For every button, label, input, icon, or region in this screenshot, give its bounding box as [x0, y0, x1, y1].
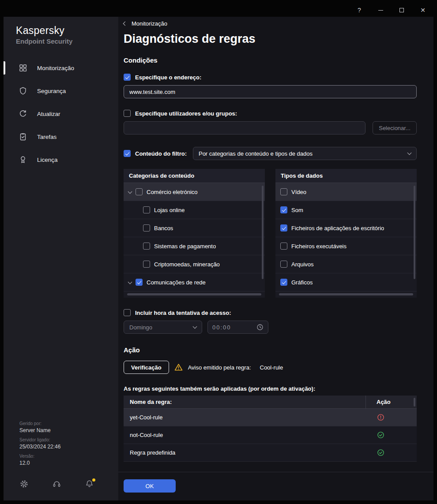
table-header-row: Nome da regra: Ação — [124, 396, 417, 409]
horizontal-scrollbar[interactable] — [275, 291, 417, 297]
managed-by-value: Server Name — [19, 427, 118, 433]
datatype-label: Ficheiros executáveis — [291, 243, 347, 250]
scrollbar-thumb[interactable] — [279, 293, 413, 295]
verify-row: Verificação Aviso emitido pela regra: Co… — [124, 361, 417, 374]
horizontal-scrollbar[interactable] — [124, 291, 265, 297]
time-checkbox-row: Incluir hora da tentativa de acesso: — [124, 309, 417, 316]
select-users-button[interactable]: Selecionar... — [373, 121, 417, 134]
active-indicator — [4, 61, 5, 75]
version-label: Versão: — [19, 454, 118, 459]
datatype-row[interactable]: Gráficos — [275, 273, 417, 291]
brand: Kaspersky Endpoint Security — [4, 17, 118, 45]
filter-content-select[interactable]: Por categorias de conteúdo e tipos de da… — [193, 147, 417, 160]
filter-checkbox[interactable] — [124, 150, 131, 157]
datatype-row[interactable]: Vídeo — [275, 183, 417, 201]
address-input[interactable] — [124, 85, 417, 98]
rule-name: Regra predefinida — [124, 444, 365, 461]
breadcrumb[interactable]: Monitorização — [124, 20, 167, 27]
category-row[interactable]: Comércio eletrónico — [124, 183, 265, 201]
time-input[interactable]: 00:00 — [207, 321, 268, 334]
warning-icon — [174, 363, 183, 371]
ok-button[interactable]: OK — [124, 479, 176, 493]
day-select[interactable]: Domingo — [124, 321, 202, 334]
vertical-scrollbar[interactable] — [414, 186, 415, 279]
time-value: 00:00 — [212, 324, 231, 331]
datatype-checkbox[interactable] — [280, 188, 287, 195]
address-checkbox[interactable] — [124, 74, 131, 81]
settings-gear-icon[interactable] — [19, 479, 29, 489]
category-row[interactable]: Bancos — [124, 219, 265, 237]
category-checkbox[interactable] — [143, 206, 150, 213]
action-section-title: Ação — [124, 346, 417, 354]
server-connected-value: 25/03/2024 22:46 — [19, 444, 118, 450]
users-checkbox[interactable] — [124, 110, 131, 117]
license-icon — [19, 155, 27, 164]
warning-status-icon — [377, 414, 384, 421]
category-checkbox[interactable] — [136, 279, 143, 286]
category-checkbox[interactable] — [143, 224, 150, 231]
maximize-button[interactable] — [391, 4, 412, 16]
datatype-row[interactable]: Ficheiros executáveis — [275, 237, 417, 255]
datatype-row[interactable]: Ficheiros de aplicações de escritório — [275, 219, 417, 237]
access-time-checkbox[interactable] — [124, 309, 131, 316]
table-row[interactable]: yet-Cool-rule — [124, 409, 417, 426]
support-icon[interactable] — [52, 479, 62, 489]
sidebar-item-label: Tarefas — [37, 134, 57, 140]
minimize-button[interactable] — [370, 4, 391, 16]
table-row[interactable]: not-Cool-rule — [124, 426, 417, 444]
chevron-down-icon[interactable] — [128, 189, 132, 194]
clipboard-icon — [19, 132, 27, 141]
datatype-checkbox[interactable] — [280, 224, 287, 231]
main-footer: OK — [124, 472, 417, 500]
titlebar: ? ✕ — [4, 4, 433, 17]
category-row[interactable]: Sistemas de pagamento — [124, 237, 265, 255]
datatype-label: Som — [291, 207, 303, 213]
rules-table-caption: As regras seguintes também serão aplicad… — [124, 385, 417, 392]
help-button[interactable]: ? — [349, 4, 370, 16]
datatype-checkbox[interactable] — [280, 261, 287, 268]
chevron-down-icon[interactable] — [128, 280, 132, 284]
sidebar-item-monitoring[interactable]: Monitorização — [4, 56, 118, 79]
datatype-checkbox[interactable] — [280, 206, 287, 213]
sidebar-footer: Gerido por: Server Name Servidor ligado:… — [4, 417, 118, 466]
category-label: Bancos — [154, 225, 173, 231]
category-checkbox[interactable] — [143, 261, 150, 268]
footer-divider — [118, 472, 433, 472]
sidebar-item-label: Segurança — [37, 88, 66, 94]
datatype-row[interactable]: Som — [275, 201, 417, 219]
datatype-label: Vídeo — [291, 189, 306, 195]
category-row[interactable]: Lojas online — [124, 201, 265, 219]
vertical-scrollbar[interactable] — [414, 398, 415, 407]
sidebar-item-update[interactable]: Atualizar — [4, 102, 118, 125]
warning-text: Aviso emitido pela regra: — [188, 364, 251, 371]
verify-button[interactable]: Verificação — [124, 361, 169, 374]
back-icon — [123, 22, 128, 26]
category-row[interactable]: Criptomoedas, mineração — [124, 255, 265, 273]
categories-panel: Categorias de conteúdo Comércio eletróni… — [124, 169, 265, 298]
users-input-row: Selecionar... — [124, 121, 417, 134]
ok-status-icon — [377, 431, 384, 439]
address-label: Especifique o endereço: — [135, 74, 201, 81]
close-button[interactable]: ✕ — [412, 4, 433, 16]
scrollbar-thumb[interactable] — [127, 293, 261, 295]
sidebar-item-security[interactable]: Segurança — [4, 79, 118, 102]
filter-row: Conteúdo do filtro: Por categorias de co… — [124, 147, 417, 160]
sidebar-item-license[interactable]: Licença — [4, 148, 118, 171]
notifications-bell-icon[interactable] — [85, 479, 94, 489]
category-checkbox[interactable] — [136, 188, 143, 195]
sidebar-item-tasks[interactable]: Tarefas — [4, 125, 118, 148]
users-input[interactable] — [124, 121, 365, 134]
datatype-checkbox[interactable] — [280, 279, 287, 286]
datatype-label: Arquivos — [291, 261, 314, 268]
table-row[interactable]: Regra predefinida — [124, 444, 417, 462]
datatype-label: Gráficos — [291, 279, 313, 286]
category-row[interactable]: Comunicações de rede — [124, 273, 265, 291]
datatype-row[interactable]: Arquivos — [275, 255, 417, 273]
warning-rule-name: Cool-rule — [260, 364, 283, 371]
category-checkbox[interactable] — [143, 243, 150, 250]
sidebar-item-label: Licença — [37, 157, 58, 163]
datatype-checkbox[interactable] — [280, 243, 287, 250]
day-select-value: Domingo — [129, 324, 152, 331]
shield-icon — [19, 86, 27, 95]
vertical-scrollbar[interactable] — [262, 186, 264, 279]
